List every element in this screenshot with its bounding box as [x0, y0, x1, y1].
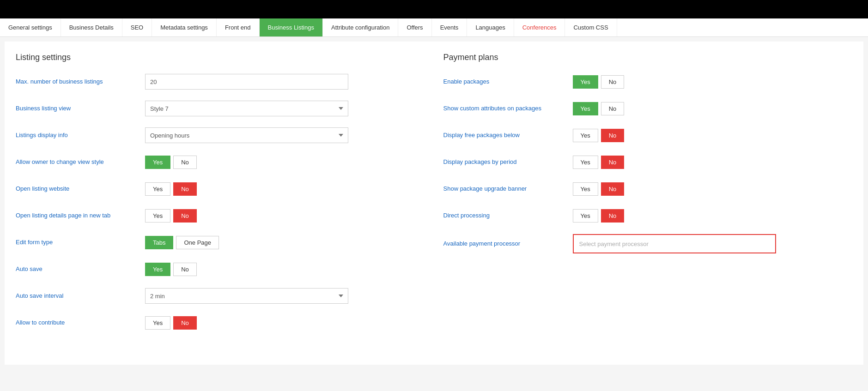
btn-edit-form-onepage[interactable]: One Page [176, 236, 219, 249]
btn-autosave-yes[interactable]: Yes [145, 263, 170, 276]
btn-enable-packages-no[interactable]: No [601, 75, 625, 89]
control-allow-contribute: Yes No [145, 316, 197, 330]
btn-by-period-no[interactable]: No [601, 156, 625, 169]
control-edit-form-type: Tabs One Page [145, 236, 219, 249]
row-listing-view: Business listing view Style 7 Style 1 St… [16, 100, 425, 117]
label-allow-contribute: Allow to contribute [16, 319, 145, 327]
tab-metadata-settings[interactable]: Metadata settings [152, 18, 217, 36]
btn-autosave-no[interactable]: No [173, 263, 197, 276]
tab-languages[interactable]: Languages [467, 18, 514, 36]
label-listing-view: Business listing view [16, 104, 145, 113]
btn-upgrade-banner-no[interactable]: No [601, 182, 625, 196]
control-enable-packages: Yes No [573, 75, 625, 89]
row-auto-save-interval: Auto save interval 2 min 5 min 10 min [16, 288, 425, 304]
btn-edit-form-tabs[interactable]: Tabs [145, 236, 173, 249]
payment-plans-title: Payment plans [443, 53, 853, 62]
btn-details-newtab-yes[interactable]: Yes [145, 209, 170, 223]
control-listing-view: Style 7 Style 1 Style 2 [145, 101, 348, 116]
row-direct-processing: Direct processing Yes No [443, 207, 853, 224]
label-allow-owner-change: Allow owner to change view style [16, 158, 145, 166]
control-auto-save-interval: 2 min 5 min 10 min [145, 288, 348, 304]
label-direct-processing: Direct processing [443, 211, 573, 220]
control-upgrade-banner: Yes No [573, 182, 625, 196]
label-open-details-new-tab: Open listing details page in new tab [16, 211, 145, 220]
select-listings-display-info[interactable]: Opening hours Address Phone [145, 127, 348, 143]
label-show-custom-attrs: Show custom attributes on packages [443, 104, 573, 113]
label-auto-save-interval: Auto save interval [16, 292, 145, 300]
tab-custom-css[interactable]: Custom CSS [565, 18, 617, 36]
control-show-custom-attrs: Yes No [573, 102, 625, 115]
row-display-by-period: Display packages by period Yes No [443, 154, 853, 170]
control-open-details-new-tab: Yes No [145, 209, 197, 223]
btn-enable-packages-yes[interactable]: Yes [573, 75, 598, 89]
label-display-free-packages: Display free packages below [443, 131, 573, 139]
btn-allow-owner-no[interactable]: No [173, 156, 197, 169]
input-max-listings[interactable] [145, 74, 348, 90]
btn-custom-attrs-no[interactable]: No [601, 102, 625, 115]
row-open-details-new-tab: Open listing details page in new tab Yes… [16, 207, 425, 224]
top-bar [0, 0, 868, 18]
label-auto-save: Auto save [16, 265, 145, 273]
row-open-listing-website: Open listing website Yes No [16, 180, 425, 197]
row-enable-packages: Enable packages Yes No [443, 73, 853, 90]
content-area: Listing settings Max. number of business… [5, 42, 863, 365]
btn-free-packages-yes[interactable]: Yes [573, 129, 598, 142]
label-edit-form-type: Edit form type [16, 238, 145, 247]
btn-contribute-no[interactable]: No [173, 316, 197, 330]
btn-upgrade-banner-yes[interactable]: Yes [573, 182, 598, 196]
label-display-by-period: Display packages by period [443, 158, 573, 166]
row-display-free-packages: Display free packages below Yes No [443, 127, 853, 144]
btn-free-packages-no[interactable]: No [601, 129, 625, 142]
btn-direct-processing-no[interactable]: No [601, 209, 625, 223]
select-listing-view[interactable]: Style 7 Style 1 Style 2 [145, 101, 348, 116]
control-display-free-packages: Yes No [573, 129, 625, 142]
control-allow-owner-change: Yes No [145, 156, 197, 169]
tab-general-settings[interactable]: General settings [0, 18, 61, 36]
label-open-listing-website: Open listing website [16, 185, 145, 193]
btn-details-newtab-no[interactable]: No [173, 209, 197, 223]
payment-select-wrapper: Select payment processor PayPal Stripe [573, 234, 776, 253]
listing-settings-panel: Listing settings Max. number of business… [16, 53, 425, 354]
control-listings-display-info: Opening hours Address Phone [145, 127, 348, 143]
tab-business-listings[interactable]: Business Listings [260, 18, 323, 36]
tab-attribute-configuration[interactable]: Attribute configuration [323, 18, 398, 36]
listing-settings-title: Listing settings [16, 53, 425, 62]
btn-direct-processing-yes[interactable]: Yes [573, 209, 598, 223]
row-payment-processor: Available payment processor Select payme… [443, 234, 853, 253]
btn-open-listing-yes[interactable]: Yes [145, 182, 170, 196]
label-payment-processor: Available payment processor [443, 240, 573, 248]
row-auto-save: Auto save Yes No [16, 261, 425, 277]
row-show-custom-attrs: Show custom attributes on packages Yes N… [443, 100, 853, 117]
tab-offers[interactable]: Offers [398, 18, 431, 36]
label-listings-display-info: Listings display info [16, 131, 145, 139]
row-edit-form-type: Edit form type Tabs One Page [16, 234, 425, 251]
control-auto-save: Yes No [145, 263, 197, 276]
tab-front-end[interactable]: Front end [217, 18, 260, 36]
tab-events[interactable]: Events [432, 18, 467, 36]
row-listings-display-info: Listings display info Opening hours Addr… [16, 127, 425, 144]
control-payment-processor: Select payment processor PayPal Stripe [573, 234, 776, 253]
tab-business-details[interactable]: Business Details [61, 18, 122, 36]
select-auto-save-interval[interactable]: 2 min 5 min 10 min [145, 288, 348, 304]
payment-plans-panel: Payment plans Enable packages Yes No Sho… [443, 53, 853, 354]
label-enable-packages: Enable packages [443, 78, 573, 86]
select-payment-processor[interactable]: Select payment processor PayPal Stripe [575, 236, 774, 252]
btn-by-period-yes[interactable]: Yes [573, 156, 598, 169]
btn-contribute-yes[interactable]: Yes [145, 316, 170, 330]
btn-open-listing-no[interactable]: No [173, 182, 197, 196]
row-upgrade-banner: Show package upgrade banner Yes No [443, 180, 853, 197]
label-max-listings: Max. number of business listings [16, 78, 145, 86]
control-open-listing-website: Yes No [145, 182, 197, 196]
row-max-listings: Max. number of business listings [16, 73, 425, 90]
tab-conferences[interactable]: Conferences [514, 18, 565, 36]
tab-seo[interactable]: SEO [122, 18, 152, 36]
row-allow-owner-change: Allow owner to change view style Yes No [16, 154, 425, 170]
label-upgrade-banner: Show package upgrade banner [443, 185, 573, 193]
control-max-listings [145, 74, 348, 90]
btn-allow-owner-yes[interactable]: Yes [145, 156, 170, 169]
control-display-by-period: Yes No [573, 156, 625, 169]
row-allow-contribute: Allow to contribute Yes No [16, 314, 425, 331]
tabs-navigation: General settings Business Details SEO Me… [0, 18, 868, 37]
control-direct-processing: Yes No [573, 209, 625, 223]
btn-custom-attrs-yes[interactable]: Yes [573, 102, 598, 115]
